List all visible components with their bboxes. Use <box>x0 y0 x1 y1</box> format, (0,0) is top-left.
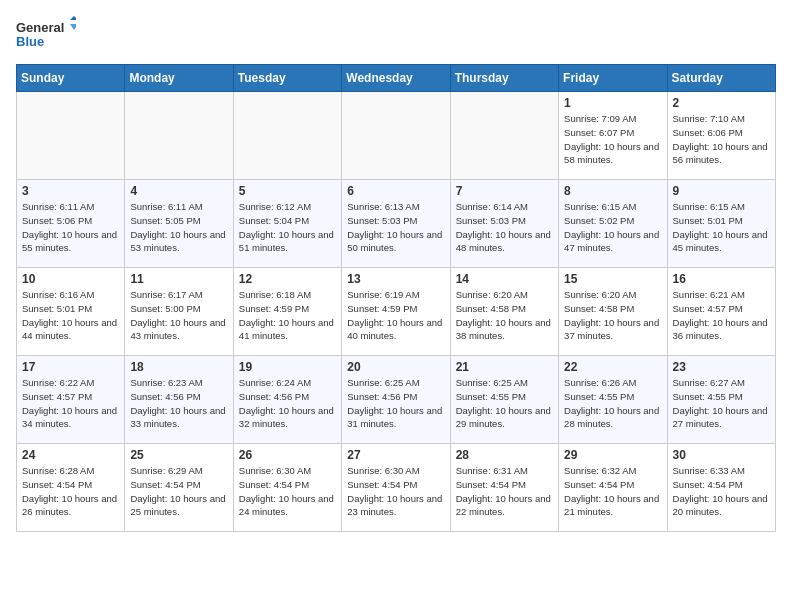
calendar-day-cell: 21Sunrise: 6:25 AMSunset: 4:55 PMDayligh… <box>450 356 558 444</box>
day-info: Sunrise: 7:10 AMSunset: 6:06 PMDaylight:… <box>673 112 770 167</box>
calendar-day-cell: 5Sunrise: 6:12 AMSunset: 5:04 PMDaylight… <box>233 180 341 268</box>
calendar-week-row: 24Sunrise: 6:28 AMSunset: 4:54 PMDayligh… <box>17 444 776 532</box>
day-number: 5 <box>239 184 336 198</box>
day-number: 11 <box>130 272 227 286</box>
weekday-header: Wednesday <box>342 65 450 92</box>
calendar-day-cell: 16Sunrise: 6:21 AMSunset: 4:57 PMDayligh… <box>667 268 775 356</box>
day-info: Sunrise: 6:15 AMSunset: 5:01 PMDaylight:… <box>673 200 770 255</box>
calendar-week-row: 1Sunrise: 7:09 AMSunset: 6:07 PMDaylight… <box>17 92 776 180</box>
weekday-header-row: SundayMondayTuesdayWednesdayThursdayFrid… <box>17 65 776 92</box>
calendar-day-cell: 18Sunrise: 6:23 AMSunset: 4:56 PMDayligh… <box>125 356 233 444</box>
calendar-day-cell: 27Sunrise: 6:30 AMSunset: 4:54 PMDayligh… <box>342 444 450 532</box>
calendar-day-cell <box>450 92 558 180</box>
weekday-header: Friday <box>559 65 667 92</box>
day-number: 10 <box>22 272 119 286</box>
day-number: 8 <box>564 184 661 198</box>
day-number: 2 <box>673 96 770 110</box>
day-info: Sunrise: 6:11 AMSunset: 5:06 PMDaylight:… <box>22 200 119 255</box>
day-info: Sunrise: 6:29 AMSunset: 4:54 PMDaylight:… <box>130 464 227 519</box>
day-info: Sunrise: 6:18 AMSunset: 4:59 PMDaylight:… <box>239 288 336 343</box>
day-info: Sunrise: 6:19 AMSunset: 4:59 PMDaylight:… <box>347 288 444 343</box>
calendar-day-cell: 6Sunrise: 6:13 AMSunset: 5:03 PMDaylight… <box>342 180 450 268</box>
day-number: 21 <box>456 360 553 374</box>
calendar-day-cell: 3Sunrise: 6:11 AMSunset: 5:06 PMDaylight… <box>17 180 125 268</box>
svg-text:Blue: Blue <box>16 34 44 49</box>
day-number: 17 <box>22 360 119 374</box>
calendar-week-row: 3Sunrise: 6:11 AMSunset: 5:06 PMDaylight… <box>17 180 776 268</box>
calendar-day-cell: 30Sunrise: 6:33 AMSunset: 4:54 PMDayligh… <box>667 444 775 532</box>
svg-text:General: General <box>16 20 64 35</box>
calendar-day-cell: 25Sunrise: 6:29 AMSunset: 4:54 PMDayligh… <box>125 444 233 532</box>
day-number: 29 <box>564 448 661 462</box>
day-info: Sunrise: 6:15 AMSunset: 5:02 PMDaylight:… <box>564 200 661 255</box>
day-info: Sunrise: 6:25 AMSunset: 4:56 PMDaylight:… <box>347 376 444 431</box>
calendar-day-cell <box>233 92 341 180</box>
day-number: 30 <box>673 448 770 462</box>
calendar-day-cell: 11Sunrise: 6:17 AMSunset: 5:00 PMDayligh… <box>125 268 233 356</box>
day-number: 25 <box>130 448 227 462</box>
day-number: 4 <box>130 184 227 198</box>
calendar-day-cell: 12Sunrise: 6:18 AMSunset: 4:59 PMDayligh… <box>233 268 341 356</box>
calendar-day-cell: 29Sunrise: 6:32 AMSunset: 4:54 PMDayligh… <box>559 444 667 532</box>
weekday-header: Monday <box>125 65 233 92</box>
day-number: 7 <box>456 184 553 198</box>
calendar-day-cell: 2Sunrise: 7:10 AMSunset: 6:06 PMDaylight… <box>667 92 775 180</box>
page-header: General Blue <box>16 16 776 52</box>
calendar-day-cell: 28Sunrise: 6:31 AMSunset: 4:54 PMDayligh… <box>450 444 558 532</box>
day-info: Sunrise: 6:13 AMSunset: 5:03 PMDaylight:… <box>347 200 444 255</box>
calendar-day-cell: 24Sunrise: 6:28 AMSunset: 4:54 PMDayligh… <box>17 444 125 532</box>
logo: General Blue <box>16 16 76 52</box>
day-number: 16 <box>673 272 770 286</box>
calendar-day-cell: 10Sunrise: 6:16 AMSunset: 5:01 PMDayligh… <box>17 268 125 356</box>
day-info: Sunrise: 6:30 AMSunset: 4:54 PMDaylight:… <box>347 464 444 519</box>
day-info: Sunrise: 6:31 AMSunset: 4:54 PMDaylight:… <box>456 464 553 519</box>
day-info: Sunrise: 6:12 AMSunset: 5:04 PMDaylight:… <box>239 200 336 255</box>
calendar-table: SundayMondayTuesdayWednesdayThursdayFrid… <box>16 64 776 532</box>
day-info: Sunrise: 6:25 AMSunset: 4:55 PMDaylight:… <box>456 376 553 431</box>
day-number: 19 <box>239 360 336 374</box>
calendar-day-cell: 7Sunrise: 6:14 AMSunset: 5:03 PMDaylight… <box>450 180 558 268</box>
day-info: Sunrise: 6:22 AMSunset: 4:57 PMDaylight:… <box>22 376 119 431</box>
day-info: Sunrise: 6:30 AMSunset: 4:54 PMDaylight:… <box>239 464 336 519</box>
weekday-header: Sunday <box>17 65 125 92</box>
logo-svg: General Blue <box>16 16 76 52</box>
day-info: Sunrise: 6:32 AMSunset: 4:54 PMDaylight:… <box>564 464 661 519</box>
day-number: 14 <box>456 272 553 286</box>
svg-marker-2 <box>70 16 76 20</box>
day-number: 1 <box>564 96 661 110</box>
day-info: Sunrise: 6:14 AMSunset: 5:03 PMDaylight:… <box>456 200 553 255</box>
calendar-day-cell: 19Sunrise: 6:24 AMSunset: 4:56 PMDayligh… <box>233 356 341 444</box>
calendar-day-cell: 22Sunrise: 6:26 AMSunset: 4:55 PMDayligh… <box>559 356 667 444</box>
day-info: Sunrise: 6:23 AMSunset: 4:56 PMDaylight:… <box>130 376 227 431</box>
day-number: 27 <box>347 448 444 462</box>
day-number: 28 <box>456 448 553 462</box>
day-number: 20 <box>347 360 444 374</box>
calendar-day-cell: 23Sunrise: 6:27 AMSunset: 4:55 PMDayligh… <box>667 356 775 444</box>
day-info: Sunrise: 6:33 AMSunset: 4:54 PMDaylight:… <box>673 464 770 519</box>
svg-marker-3 <box>70 24 76 30</box>
weekday-header: Saturday <box>667 65 775 92</box>
day-number: 9 <box>673 184 770 198</box>
weekday-header: Tuesday <box>233 65 341 92</box>
day-info: Sunrise: 6:20 AMSunset: 4:58 PMDaylight:… <box>456 288 553 343</box>
day-info: Sunrise: 6:21 AMSunset: 4:57 PMDaylight:… <box>673 288 770 343</box>
calendar-day-cell: 4Sunrise: 6:11 AMSunset: 5:05 PMDaylight… <box>125 180 233 268</box>
calendar-week-row: 17Sunrise: 6:22 AMSunset: 4:57 PMDayligh… <box>17 356 776 444</box>
day-info: Sunrise: 7:09 AMSunset: 6:07 PMDaylight:… <box>564 112 661 167</box>
day-number: 15 <box>564 272 661 286</box>
calendar-day-cell: 1Sunrise: 7:09 AMSunset: 6:07 PMDaylight… <box>559 92 667 180</box>
day-number: 22 <box>564 360 661 374</box>
day-number: 6 <box>347 184 444 198</box>
calendar-day-cell: 15Sunrise: 6:20 AMSunset: 4:58 PMDayligh… <box>559 268 667 356</box>
calendar-day-cell: 20Sunrise: 6:25 AMSunset: 4:56 PMDayligh… <box>342 356 450 444</box>
calendar-day-cell: 9Sunrise: 6:15 AMSunset: 5:01 PMDaylight… <box>667 180 775 268</box>
calendar-day-cell <box>17 92 125 180</box>
calendar-day-cell: 26Sunrise: 6:30 AMSunset: 4:54 PMDayligh… <box>233 444 341 532</box>
calendar-week-row: 10Sunrise: 6:16 AMSunset: 5:01 PMDayligh… <box>17 268 776 356</box>
day-number: 18 <box>130 360 227 374</box>
day-info: Sunrise: 6:17 AMSunset: 5:00 PMDaylight:… <box>130 288 227 343</box>
calendar-day-cell: 17Sunrise: 6:22 AMSunset: 4:57 PMDayligh… <box>17 356 125 444</box>
day-info: Sunrise: 6:27 AMSunset: 4:55 PMDaylight:… <box>673 376 770 431</box>
day-info: Sunrise: 6:24 AMSunset: 4:56 PMDaylight:… <box>239 376 336 431</box>
day-info: Sunrise: 6:11 AMSunset: 5:05 PMDaylight:… <box>130 200 227 255</box>
